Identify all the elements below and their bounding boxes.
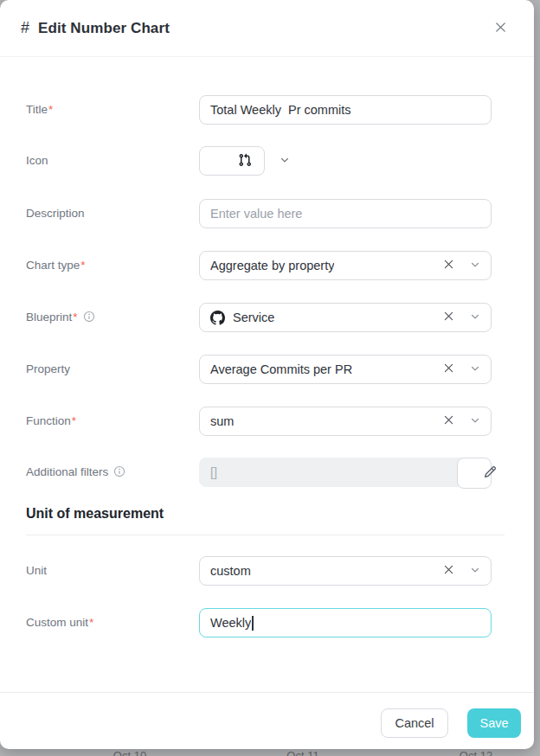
custom-unit-row: Custom unit* Weekly <box>26 608 521 637</box>
unit-label: Unit <box>26 556 47 586</box>
function-select[interactable]: sum <box>199 407 492 436</box>
title-label: Title* <box>26 95 53 125</box>
clear-x-icon <box>443 564 454 578</box>
git-pull-request-icon <box>210 139 252 183</box>
chevron-down-icon <box>470 415 480 428</box>
dropdown-toggle[interactable] <box>470 415 480 428</box>
chevron-down-icon <box>470 259 480 272</box>
dropdown-toggle[interactable] <box>470 311 480 324</box>
chevron-down-icon <box>470 565 480 578</box>
blueprint-label: Blueprint* <box>26 303 95 334</box>
background-axis-label: Oct 12 <box>460 749 492 756</box>
save-button[interactable]: Save <box>467 708 521 738</box>
clear-button[interactable] <box>443 259 454 272</box>
dropdown-toggle[interactable] <box>470 565 480 578</box>
footer-divider <box>0 692 534 693</box>
clear-button[interactable] <box>443 414 454 428</box>
custom-unit-input[interactable]: Weekly <box>199 608 492 637</box>
additional-filters-input: [] <box>199 458 492 487</box>
chevron-down-icon <box>470 363 480 376</box>
blueprint-select[interactable]: Service <box>199 303 492 332</box>
icon-select[interactable] <box>199 146 265 176</box>
section-title-unit-of-measurement: Unit of measurement <box>26 506 164 522</box>
icon-row: Icon <box>26 146 521 176</box>
clear-button[interactable] <box>443 362 454 376</box>
required-asterisk: * <box>48 103 53 116</box>
close-button[interactable] <box>489 17 511 40</box>
chart-type-select[interactable]: Aggregate by property <box>199 251 492 280</box>
chevron-down-icon <box>252 140 290 182</box>
icon-label: Icon <box>26 146 48 176</box>
required-asterisk: * <box>89 616 93 629</box>
description-row: Description Enter value here <box>26 199 521 228</box>
description-label: Description <box>26 199 85 228</box>
github-icon <box>210 311 225 325</box>
section-divider <box>26 535 505 535</box>
clear-button[interactable] <box>443 311 454 324</box>
clear-x-icon <box>443 259 454 272</box>
custom-unit-label: Custom unit* <box>26 608 93 637</box>
info-icon[interactable] <box>113 459 125 489</box>
close-icon <box>494 21 507 36</box>
chart-type-row: Chart type* Aggregate by property <box>26 251 521 280</box>
cancel-button[interactable]: Cancel <box>381 708 448 738</box>
info-icon[interactable] <box>83 304 95 334</box>
property-select[interactable]: Average Commits per PR <box>199 355 492 384</box>
additional-filters-label: Additional filters <box>26 458 125 489</box>
pencil-icon <box>452 452 497 494</box>
background-axis-label: Oct 10 <box>113 749 146 756</box>
additional-filters-row: Additional filters [] <box>26 458 521 487</box>
function-label: Function* <box>26 407 76 436</box>
clear-button[interactable] <box>443 564 454 578</box>
required-asterisk: * <box>73 311 77 324</box>
modal-title: Edit Number Chart <box>38 20 170 37</box>
unit-row: Unit custom <box>26 556 521 586</box>
dropdown-toggle[interactable] <box>470 363 480 376</box>
chevron-down-icon <box>470 311 480 324</box>
blueprint-row: Blueprint* Service <box>26 303 521 332</box>
edit-filters-button[interactable] <box>457 458 492 489</box>
screen: { "header": { "icon_glyph": "#", "title"… <box>0 0 540 756</box>
modal-header: # Edit Number Chart <box>0 0 534 57</box>
clear-x-icon <box>443 362 454 376</box>
unit-select[interactable]: custom <box>199 556 492 586</box>
edit-number-chart-modal: # Edit Number Chart Title* Total Weekly … <box>0 0 534 749</box>
text-caret <box>252 616 254 631</box>
dropdown-toggle[interactable] <box>470 259 480 272</box>
function-row: Function* sum <box>26 407 521 436</box>
clear-x-icon <box>443 414 454 428</box>
property-row: Property Average Commits per PR <box>26 355 521 384</box>
title-input[interactable]: Total Weekly Pr commits <box>199 95 492 125</box>
number-chart-icon: # <box>21 19 29 37</box>
chart-type-label: Chart type* <box>26 251 86 280</box>
background-axis-label: Oct 11 <box>286 749 318 756</box>
clear-x-icon <box>443 311 454 324</box>
title-row: Title* Total Weekly Pr commits <box>26 95 521 125</box>
required-asterisk: * <box>72 414 76 427</box>
property-label: Property <box>26 355 70 384</box>
required-asterisk: * <box>80 259 85 272</box>
description-input[interactable]: Enter value here <box>199 199 492 228</box>
